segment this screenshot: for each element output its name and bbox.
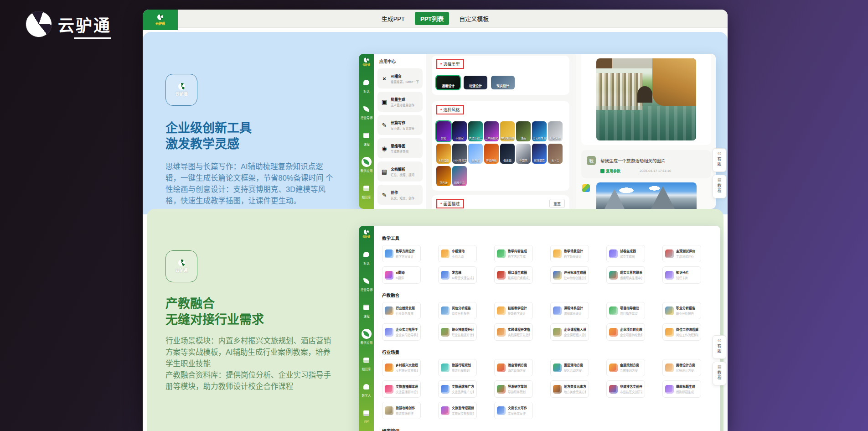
style-option-智能[interactable]: 智能: [436, 121, 451, 141]
tool-card-教学内容生成[interactable]: 教学内容生成教学内容生成: [494, 245, 533, 262]
float-tab-教程[interactable]: ▤教程: [713, 175, 726, 198]
tool-card-旅游攻略创作[interactable]: 旅游攻略创作旅游攻略创作: [382, 402, 421, 419]
sidebar-item-ppt[interactable]: ppt: [359, 408, 374, 428]
style-option-印象主义[interactable]: 印象主义: [452, 166, 467, 186]
tool-card-非遗技艺文创开发方案[interactable]: 非遗技艺文创开发方案非遗技艺文创开发方案: [606, 380, 645, 398]
tool-card-小组活动[interactable]: 小组活动小组活动: [438, 245, 477, 262]
sidebar-item-知识库[interactable]: 知识库: [359, 183, 374, 203]
tool-card-企业实习指导手册[interactable]: 企业实习指导手册企业实习指导手册: [382, 323, 421, 341]
reuse-params-icon: [600, 169, 604, 173]
style-option-3D建模风格[interactable]: 3D建模风格: [500, 121, 515, 141]
tool-card-试卷生成器[interactable]: 试卷生成器试卷生成器: [606, 245, 645, 262]
float-tab-教程[interactable]: ▤教程: [713, 362, 726, 385]
style-option-怀旧传统[interactable]: 怀旧传统: [484, 144, 499, 164]
sidebar-item-对话[interactable]: 对话: [359, 78, 374, 98]
tool-card-民宿设计方案[interactable]: 民宿设计方案民宿设计方案: [662, 359, 701, 376]
app-card-创作[interactable]: ✎创作长文、短文、创作: [377, 185, 423, 205]
tool-card-职业技能提升计划[interactable]: 职业技能提升计划职业技能提升计划: [438, 323, 477, 341]
sidebar-item-数字人[interactable]: 数字人: [359, 382, 374, 402]
tool-card-评分标准生成器[interactable]: 评分标准生成器让AI为你创建的课堂作业: [550, 266, 589, 284]
tool-card-技能教学设计[interactable]: 技能教学设计技能教学设计: [494, 302, 533, 319]
tool-card-企业课程植入设计[interactable]: 企业课程植入设计企业课程植入设计: [550, 323, 589, 341]
tool-card-主观测试评价[interactable]: 主观测试评价主观测试评价: [662, 245, 701, 262]
tool-card-icon: [609, 328, 618, 337]
tool-card-文案长文写作[interactable]: 文案长文写作文案长文写作: [494, 402, 533, 419]
tool-card-文旅品牌推广方案[interactable]: 文旅品牌推广方案文旅品牌推广方案: [438, 380, 477, 398]
tool-card-text: 教学场景设计教学场景设计: [564, 249, 583, 259]
tool-card-行业趋势发展[interactable]: 行业趋势发展行业趋势发展: [382, 302, 421, 319]
type-option-通用设计[interactable]: 通用设计: [436, 76, 460, 89]
sidebar-item-知识库[interactable]: 知识库: [359, 355, 374, 375]
tool-card-发言稿[interactable]: 发言稿AI帮您快速生成发言稿: [438, 266, 477, 284]
tool-card-导游研学策划[interactable]: 导游研学策划导游研学策划: [494, 380, 533, 398]
style-option-吉卜力[interactable]: 吉卜力: [548, 144, 563, 164]
tool-card-企业项目转化教案[interactable]: 企业项目转化教案企业项目转化教案: [606, 323, 645, 341]
reuse-params-link[interactable]: 复用参数: [600, 168, 620, 173]
style-option-水彩插画[interactable]: 水彩插画: [436, 144, 451, 164]
tool-card-课程体系设计[interactable]: 课程体系设计课程体系设计: [550, 302, 589, 319]
style-option-不限定[interactable]: 不限定: [452, 121, 467, 141]
style-option-蒸汽波[interactable]: 蒸汽波: [436, 166, 451, 186]
tool-card-ai翻译[interactable]: ai翻译ai翻译: [382, 266, 421, 284]
style-option-中国风[interactable]: 中国风: [516, 144, 531, 164]
tool-card-教学方案设计[interactable]: 教学方案设计教学方案设计: [382, 245, 421, 262]
tool-card-title: 乡村振兴文旅规划: [396, 363, 418, 367]
tool-card-顺口溜生成器[interactable]: 顺口溜生成器能将知识点编成上口的顺: [494, 266, 533, 284]
tool-card-icon: [497, 271, 506, 280]
tab-生成PPT[interactable]: 生成PPT: [376, 12, 410, 25]
sidebar-item-对话[interactable]: 对话: [359, 249, 374, 270]
style-option-艺术感强化[interactable]: 艺术感强化: [484, 121, 499, 141]
tool-card-知识卡片[interactable]: 知识卡片知识卡片: [662, 266, 701, 284]
style-option-1950年代复古[interactable]: 1950年代复古: [452, 144, 467, 164]
style-option-六边形战士[interactable]: 六边形战士: [468, 121, 483, 141]
tool-card-景区活动方案[interactable]: 景区活动方案景区活动方案: [550, 359, 589, 376]
app-card-文档解析[interactable]: ▤文档解析汇总、梳理、提问: [377, 161, 423, 182]
tool-card-岗位分析报告[interactable]: 岗位分析报告岗位分析报告: [438, 302, 477, 319]
tool-card-desc: 文旅品牌推广方案: [452, 389, 474, 394]
tab-PPT列表[interactable]: PPT列表: [415, 12, 449, 25]
tool-card-title: 教学内容生成: [508, 249, 527, 253]
tool-card-会展策划方案[interactable]: 会展策划方案会展策划方案: [606, 359, 645, 376]
float-tab-客服[interactable]: ◎客服: [713, 148, 726, 172]
tool-card-职业分析报告[interactable]: 职业分析报告职业分析报告: [662, 302, 701, 319]
tool-card-实践课程开发指南[interactable]: 实践课程开发指南实践课程开发指南: [494, 323, 533, 341]
sidebar-item-教学应用[interactable]: 教学应用: [359, 329, 374, 349]
sidebar-item-行业导师[interactable]: 行业导师: [359, 104, 374, 124]
tab-自定义模板[interactable]: 自定义模板: [454, 12, 494, 25]
style-option-奇幻引擎渲染[interactable]: 奇幻引擎渲染: [532, 121, 547, 141]
tool-card-icon: [385, 249, 393, 258]
tool-card-项目指导建议[interactable]: 项目指导建议项目指导建议: [606, 302, 645, 319]
tool-card-旅游行程规划[interactable]: 旅游行程规划旅游行程规划: [438, 359, 477, 376]
person-icon: [362, 382, 372, 392]
style-option-新海诚[interactable]: 新海诚: [468, 144, 483, 164]
style-option-铅笔素描[interactable]: 铅笔素描: [548, 121, 563, 141]
app-card-title: 长篇写作: [391, 120, 414, 125]
tool-card-岗位工作流程解析[interactable]: 岗位工作流程解析岗位工作流程解析: [662, 323, 701, 341]
app-card-AI擂台[interactable]: ×AI擂台谁强谁弱，Battle一下: [377, 68, 423, 88]
type-option-动漫设计[interactable]: 动漫设计: [464, 76, 487, 89]
sidebar-item-教学应用[interactable]: 教学应用: [359, 157, 374, 177]
float-tab-客服[interactable]: ◎客服: [713, 335, 726, 359]
style-option-油画[interactable]: 油画: [516, 121, 531, 141]
tool-card-title: 职业分析报告: [676, 306, 695, 310]
sidebar-item-课程[interactable]: 课程: [359, 130, 374, 151]
tool-card-icon: [441, 271, 450, 280]
tool-card-文旅宣传短视频文案[interactable]: 文旅宣传短视频文案文旅宣传短视频文案: [438, 402, 477, 419]
reset-button[interactable]: 重置: [549, 199, 565, 208]
tool-card-现实世界的联系[interactable]: 现实世界的联系运用现实生活中的例子来: [606, 266, 645, 284]
app-card-长篇写作[interactable]: ✎长篇写作写小说、写论文等: [377, 115, 423, 135]
sidebar-item-课程[interactable]: 课程: [359, 302, 374, 322]
tool-card-酒店营销方案[interactable]: 酒店营销方案酒店营销方案: [494, 359, 533, 376]
tool-card-文旅直播脚本设计[interactable]: 文旅直播脚本设计文旅直播脚本设计: [382, 380, 421, 398]
tool-card-地方美食元素方案[interactable]: 地方美食元素方案地方美食元素方案: [550, 380, 589, 398]
tool-card-教学场景设计[interactable]: 教学场景设计教学场景设计: [550, 245, 589, 262]
app-card-批量生成[interactable]: ▣批量生成无人值守批量创作: [377, 92, 423, 112]
style-option-赛博朋克[interactable]: 赛博朋克: [532, 144, 547, 164]
app-card-思维导图[interactable]: ◉思维导图生成思维导图: [377, 138, 423, 158]
type-option-现实设计[interactable]: 现实设计: [491, 76, 515, 89]
style-option-像素画[interactable]: 像素画: [500, 144, 515, 164]
tool-card-爆款标题生成[interactable]: 爆款标题生成爆款标题生成: [662, 380, 701, 398]
chat-icon: [362, 249, 372, 260]
tool-card-乡村振兴文旅规划[interactable]: 乡村振兴文旅规划乡村振兴文旅规划: [382, 359, 421, 376]
sidebar-item-行业导师[interactable]: 行业导师: [359, 276, 374, 296]
